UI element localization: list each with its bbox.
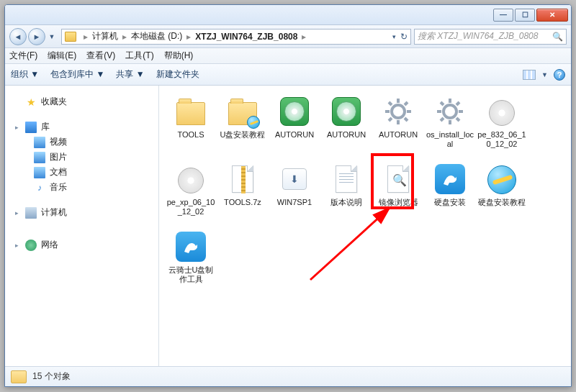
nav-music[interactable]: ♪ 音乐 — [5, 180, 158, 195]
star-icon: ★ — [25, 96, 37, 108]
viewer-icon — [387, 165, 409, 193]
nav-videos[interactable]: 视频 — [5, 135, 158, 150]
svg-point-9 — [444, 105, 456, 118]
package-icon: ⬇ — [282, 168, 307, 190]
menu-view[interactable]: 查看(V) — [86, 50, 115, 62]
folder-tools[interactable]: TOOLS — [165, 93, 217, 158]
nav-network-label: 网络 — [41, 239, 58, 251]
archive-icon — [232, 165, 253, 193]
svg-line-17 — [456, 102, 459, 105]
file-autorun-3[interactable]: AUTORUN — [372, 93, 424, 158]
ie-icon — [487, 165, 516, 194]
expand-icon: ▸ — [15, 242, 22, 249]
breadcrumb-drive[interactable]: 本地磁盘 (D:) — [131, 30, 182, 42]
nav-favorites-label: 收藏夹 — [41, 96, 67, 108]
breadcrumb-sep: ▸ — [186, 32, 191, 42]
toolbar-share[interactable]: 共享 ▼ — [116, 68, 144, 81]
nav-pane: ★ 收藏夹 ▸ 库 视频 图片 — [5, 86, 159, 366]
file-hdd-install[interactable]: 硬盘安装 — [424, 160, 476, 225]
svg-point-0 — [392, 105, 405, 118]
nav-libraries[interactable]: ▸ 库 — [5, 119, 158, 135]
svg-line-14 — [441, 102, 444, 105]
maximize-button[interactable]: ☐ — [515, 9, 535, 22]
folder-usb-tutorial[interactable]: U盘安装教程 — [217, 93, 269, 158]
toolbar: 组织 ▼ 包含到库中 ▼ 共享 ▼ 新建文件夹 ▼ ? — [5, 64, 571, 86]
horse-icon — [176, 232, 206, 262]
titlebar[interactable]: — ☐ ✕ — [5, 5, 571, 25]
horse-icon — [435, 164, 465, 194]
pictures-icon — [34, 152, 45, 163]
search-placeholder: 搜索 XTZJ_WIN764_ZJB_0808 — [418, 30, 538, 42]
breadcrumb-sep: ▸ — [84, 32, 88, 42]
disc-plain-icon — [489, 100, 515, 126]
navigation-row: ◄ ► ▼ ▸ 计算机 ▸ 本地磁盘 (D:) ▸ XTZJ_WIN764_ZJ… — [5, 25, 571, 48]
help-icon[interactable]: ? — [554, 69, 565, 81]
ie-badge-icon — [247, 116, 260, 129]
music-icon: ♪ — [34, 182, 45, 193]
view-options-icon[interactable] — [523, 70, 536, 80]
breadcrumb-root[interactable]: 计算机 — [92, 30, 118, 42]
folder-icon — [65, 32, 76, 42]
file-os-install-local[interactable]: os_install_local — [424, 93, 476, 158]
close-button[interactable]: ✕ — [536, 9, 568, 22]
file-yunqishi-usb-tool[interactable]: 云骑士U盘制作工具 — [165, 228, 217, 293]
menu-help[interactable]: 帮助(H) — [164, 50, 194, 62]
toolbar-new-folder[interactable]: 新建文件夹 — [156, 68, 199, 81]
back-button[interactable]: ◄ — [9, 28, 27, 45]
gear-icon — [382, 96, 414, 127]
nav-favorites[interactable]: ★ 收藏夹 — [5, 94, 158, 109]
search-icon: 🔍 — [552, 32, 563, 42]
menu-edit[interactable]: 编辑(E) — [48, 50, 76, 62]
file-pe-xp[interactable]: pe_xp_06_10_12_02 — [165, 160, 217, 225]
file-autorun-1[interactable]: AUTORUN — [269, 93, 320, 158]
breadcrumb-folder[interactable]: XTZJ_WIN764_ZJB_0808 — [195, 32, 297, 42]
network-icon — [25, 240, 37, 251]
forward-button[interactable]: ► — [28, 28, 45, 45]
nav-pictures[interactable]: 图片 — [5, 150, 158, 165]
view-dropdown-icon[interactable]: ▼ — [541, 71, 548, 78]
folder-icon — [11, 370, 27, 383]
menu-tools[interactable]: 工具(T) — [125, 50, 153, 62]
svg-line-6 — [405, 118, 408, 121]
disc-plain-icon — [178, 168, 204, 193]
minimize-button[interactable]: — — [493, 9, 513, 22]
status-count: 15 个对象 — [32, 370, 71, 383]
svg-line-5 — [389, 102, 392, 105]
nav-history-dropdown[interactable]: ▼ — [47, 28, 57, 45]
disc-icon — [332, 97, 361, 126]
nav-network[interactable]: ▸ 网络 — [5, 237, 158, 252]
folder-icon — [176, 102, 205, 125]
file-autorun-2[interactable]: AUTORUN — [320, 93, 372, 158]
computer-icon — [25, 207, 37, 219]
address-bar[interactable]: ▸ 计算机 ▸ 本地磁盘 (D:) ▸ XTZJ_WIN764_ZJB_0808… — [61, 29, 411, 45]
svg-line-15 — [456, 118, 459, 121]
toolbar-organize[interactable]: 组织 ▼ — [11, 68, 39, 81]
disc-icon — [280, 97, 309, 126]
expand-icon: ▸ — [15, 209, 22, 216]
content-pane[interactable]: TOOLS U盘安装教程 AUTORUN AUTORUN — [159, 86, 571, 366]
nav-documents[interactable]: 文档 — [5, 165, 158, 180]
nav-computer[interactable]: ▸ 计算机 — [5, 205, 158, 220]
refresh-button[interactable]: ↻ — [400, 32, 408, 42]
toolbar-include-in-library[interactable]: 包含到库中 ▼ — [50, 68, 104, 81]
menu-file[interactable]: 文件(F) — [9, 50, 37, 62]
search-box[interactable]: 搜索 XTZJ_WIN764_ZJB_0808 🔍 — [414, 29, 567, 45]
file-win7sp1[interactable]: ⬇ WIN7SP1 — [269, 160, 320, 225]
text-file-icon — [336, 165, 357, 193]
svg-line-16 — [441, 118, 444, 121]
documents-icon — [34, 167, 45, 178]
file-tools-7z[interactable]: TOOLS.7z — [217, 160, 269, 225]
file-image-browser[interactable]: 镜像浏览器 — [372, 160, 424, 225]
nav-libraries-label: 库 — [41, 121, 50, 133]
file-hdd-tutorial[interactable]: 硬盘安装教程 — [476, 160, 528, 225]
svg-line-8 — [405, 102, 408, 105]
nav-computer-label: 计算机 — [41, 206, 67, 219]
file-version-notes[interactable]: 版本说明 — [320, 160, 372, 225]
explorer-window: — ☐ ✕ ◄ ► ▼ ▸ 计算机 ▸ 本地磁盘 (D:) ▸ XTZJ_WIN… — [4, 4, 572, 387]
address-dropdown[interactable]: ▾ — [392, 33, 396, 40]
breadcrumb-sep: ▸ — [122, 32, 127, 42]
breadcrumb-sep: ▸ — [302, 32, 306, 42]
file-pe-832[interactable]: pe_832_06_10_12_02 — [476, 93, 528, 158]
expand-icon: ▸ — [15, 124, 22, 131]
menubar: 文件(F) 编辑(E) 查看(V) 工具(T) 帮助(H) — [5, 48, 571, 64]
